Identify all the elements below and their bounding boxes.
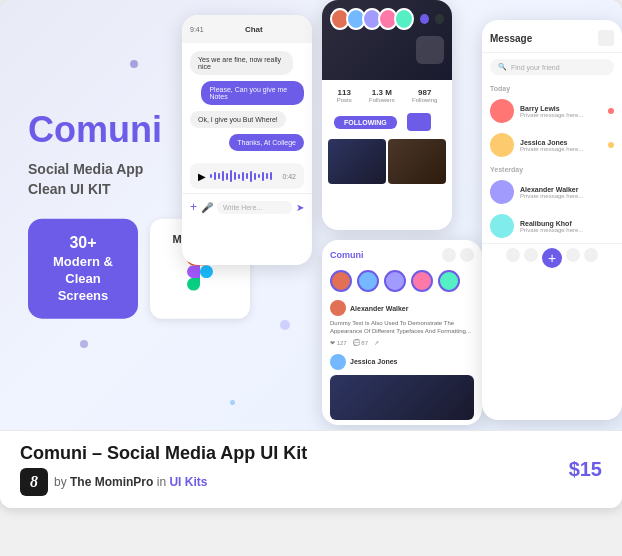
msg-preview: Private message here...	[520, 112, 602, 118]
chat-bubble: Thanks, At College	[229, 134, 304, 151]
post-user-row: Jessica Jones	[330, 354, 474, 370]
edit-icon	[598, 30, 614, 46]
deco-dot	[130, 60, 138, 68]
product-info: Comuni – Social Media App UI Kit 8 by Th…	[20, 443, 307, 496]
post-username: Alexander Walker	[350, 305, 409, 312]
author-name: The MominPro	[70, 475, 153, 489]
feed-post-2: Jessica Jones ❤ 225 💬 98 ↗	[322, 350, 482, 425]
time-yesterday: Yesterday	[482, 162, 622, 175]
message-item[interactable]: Realibung Khof Private message here...	[482, 209, 622, 243]
phone-messages: Message 🔍 Find your friend Today Barry L…	[482, 20, 622, 420]
phone-feed: Comuni Alexander Walker	[322, 240, 482, 425]
story-avatar	[357, 270, 379, 292]
stat-num: 1.3 M	[369, 88, 395, 97]
product-card: Comuni Social Media App Clean UI KIT 30+…	[0, 0, 622, 508]
msg-avatar	[490, 133, 514, 157]
msg-info: Jessica Jones Private message here...	[520, 139, 602, 152]
chat-bubble: Ok, I give you But Where!	[190, 111, 286, 128]
follow-button[interactable]: FOLLOWING	[334, 116, 397, 129]
msg-contact-name: Realibung Khof	[520, 220, 614, 227]
stat-label: Posts	[337, 97, 352, 103]
photo-grid	[328, 139, 446, 184]
chat-bubbles: Yes we are fine, now really nice Please,…	[182, 43, 312, 159]
search-icon: 🔍	[498, 63, 507, 71]
post-avatar	[330, 354, 346, 370]
search-bar[interactable]: 🔍 Find your friend	[490, 59, 614, 75]
phone-chat-header: 9:41 Chat	[182, 15, 312, 43]
chat-bubble: Please, Can you give me Notes	[201, 81, 304, 105]
message-header: Message	[482, 20, 622, 53]
profile-stats: 113 Posts 1.3 M Followers 987 Following	[322, 80, 452, 111]
preview-area: Comuni Social Media App Clean UI KIT 30+…	[0, 0, 622, 430]
msg-contact-name: Alexander Walker	[520, 186, 614, 193]
messages-title: Message	[490, 33, 532, 44]
photo-cell	[388, 139, 446, 184]
price-tag: $15	[569, 458, 602, 481]
message-item[interactable]: Barry Lewis Private message here...	[482, 94, 622, 128]
feed-header: Comuni	[322, 240, 482, 266]
story-avatar	[330, 270, 352, 292]
post-avatar	[330, 300, 346, 316]
by-text: by The MominPro in UI Kits	[54, 475, 207, 489]
post-username: Jessica Jones	[350, 358, 397, 365]
phone-chat: 9:41 Chat Yes we are fine, now really ni…	[182, 15, 312, 265]
post-image	[330, 375, 474, 420]
story-avatar	[438, 270, 460, 292]
stat-following: 987 Following	[412, 88, 437, 103]
feed-post-1: Alexander Walker Dummy Text Is Also Used…	[322, 296, 482, 350]
screens-badge: 30+ Modern & Clean Screens	[28, 219, 138, 318]
audio-bar: ▶	[190, 163, 304, 189]
profile-header	[322, 0, 452, 80]
msg-avatar	[490, 180, 514, 204]
chat-bubble: Yes we are fine, now really nice	[190, 51, 293, 75]
stat-label: Followers	[369, 97, 395, 103]
msg-info: Alexander Walker Private message here...	[520, 186, 614, 199]
story-avatar	[384, 270, 406, 292]
stat-label: Following	[412, 97, 437, 103]
msg-avatar	[490, 99, 514, 123]
phones-area: 9:41 Chat Yes we are fine, now really ni…	[182, 0, 622, 430]
photo-cell	[328, 139, 386, 184]
bottom-bar: Comuni – Social Media App UI Kit 8 by Th…	[0, 430, 622, 508]
msg-info: Barry Lewis Private message here...	[520, 105, 602, 118]
story-row	[322, 266, 482, 296]
message-item[interactable]: Jessica Jones Private message here...	[482, 128, 622, 162]
category-link[interactable]: UI Kits	[169, 475, 207, 489]
time-today: Today	[482, 81, 622, 94]
stat-followers: 1.3 M Followers	[369, 88, 395, 103]
message-item[interactable]: Alexander Walker Private message here...	[482, 175, 622, 209]
msg-contact-name: Jessica Jones	[520, 139, 602, 146]
story-avatar	[411, 270, 433, 292]
msg-contact-name: Barry Lewis	[520, 105, 602, 112]
deco-dot	[80, 340, 88, 348]
phone-nav: +	[482, 243, 622, 272]
msg-preview: Private message here...	[520, 193, 614, 199]
unread-dot	[608, 142, 614, 148]
phone-profile: 113 Posts 1.3 M Followers 987 Following …	[322, 0, 452, 230]
seller-logo: 8	[20, 468, 48, 496]
author-row: 8 by The MominPro in UI Kits	[20, 468, 307, 496]
audio-wave	[210, 169, 278, 183]
stat-posts: 113 Posts	[337, 88, 352, 103]
msg-preview: Private message here...	[520, 146, 602, 152]
feed-logo: Comuni	[330, 250, 364, 260]
post-text: Dummy Text Is Also Used To Demonstrate T…	[330, 319, 474, 336]
stat-num: 987	[412, 88, 437, 97]
msg-preview: Private message here...	[520, 227, 614, 233]
product-title: Comuni – Social Media App UI Kit	[20, 443, 307, 464]
post-user-row: Alexander Walker	[330, 300, 474, 316]
msg-info: Realibung Khof Private message here...	[520, 220, 614, 233]
unread-dot	[608, 108, 614, 114]
stat-num: 113	[337, 88, 352, 97]
post-actions: ❤ 127 💬 87 ↗	[330, 339, 474, 346]
search-placeholder: Find your friend	[511, 64, 560, 71]
msg-avatar	[490, 214, 514, 238]
